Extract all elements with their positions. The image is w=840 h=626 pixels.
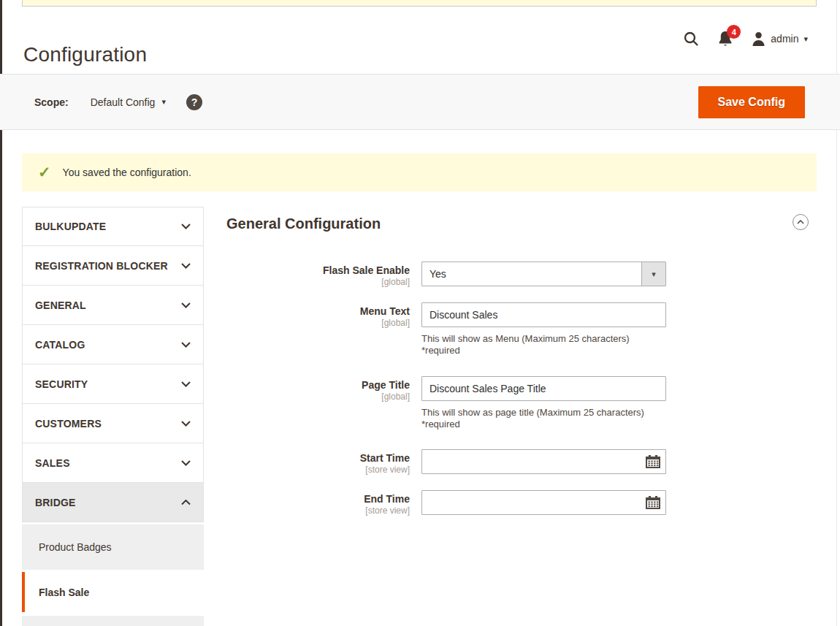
- end-time-input[interactable]: [421, 490, 666, 515]
- chevron-down-icon: [181, 381, 191, 387]
- sidebar-section-label: CATALOG: [35, 339, 85, 351]
- field-row-page-title: Page Title [global] This will show as pa…: [226, 376, 817, 431]
- sidebar-section-bulkupdate[interactable]: BULKUPDATE: [22, 207, 204, 246]
- select-value: Yes: [429, 268, 446, 280]
- field-label: Menu Text: [226, 305, 410, 317]
- field-row-flash-sale-enable: Flash Sale Enable [global] Yes ▾: [226, 262, 817, 287]
- sidebar-section-label: BRIDGE: [35, 497, 76, 508]
- field-scope: [store view]: [226, 465, 410, 475]
- success-message-text: You saved the configuration.: [63, 167, 191, 178]
- scope-help-icon[interactable]: ?: [186, 94, 202, 110]
- collapse-section-button[interactable]: [793, 214, 809, 230]
- sidebar-section-label: GENERAL: [35, 299, 86, 311]
- chevron-down-icon: [181, 263, 191, 269]
- chevron-down-icon: [181, 302, 191, 308]
- search-icon: [683, 31, 699, 47]
- search-button[interactable]: [683, 31, 699, 47]
- field-row-end-time: End Time [store view]: [226, 490, 817, 516]
- sidebar-section-label: SALES: [35, 457, 70, 469]
- chevron-down-icon: ▾: [641, 262, 665, 286]
- header-actions: 4 admin ▾: [683, 29, 808, 48]
- sidebar-section-label: CUSTOMERS: [35, 418, 102, 430]
- field-label: Flash Sale Enable: [226, 264, 410, 276]
- field-note: This will show as Menu (Maximum 25 chara…: [421, 333, 666, 357]
- field-scope: [global]: [226, 277, 410, 287]
- sidebar-section-label: REGISTRATION BLOCKER: [35, 260, 168, 272]
- save-config-button[interactable]: Save Config: [698, 86, 805, 118]
- chevron-down-icon: [181, 421, 191, 427]
- chevron-down-icon: ▾: [161, 98, 166, 106]
- flash-sale-form: Flash Sale Enable [global] Yes ▾ Menu Te…: [226, 262, 817, 516]
- chevron-down-icon: [181, 224, 191, 229]
- chevron-down-icon: [181, 460, 191, 466]
- sidebar-section-general[interactable]: GENERAL: [22, 286, 204, 325]
- chevron-up-icon: [181, 500, 191, 505]
- admin-user-menu[interactable]: admin ▾: [752, 31, 808, 46]
- admin-username: admin: [771, 33, 798, 45]
- sidebar-section-label: SECURITY: [35, 378, 88, 390]
- sidebar-item-flash-sale[interactable]: Flash Sale: [22, 572, 204, 612]
- chevron-up-icon: [797, 220, 804, 224]
- config-nav: BULKUPDATE REGISTRATION BLOCKER GENERAL …: [22, 207, 204, 626]
- sidebar-section-registration-blocker[interactable]: REGISTRATION BLOCKER: [22, 246, 204, 286]
- field-scope: [global]: [226, 318, 410, 328]
- calendar-icon[interactable]: [646, 496, 660, 509]
- scope-bar: Scope: Default Config ▾ ? Save Config: [0, 74, 840, 130]
- field-scope: [store view]: [226, 505, 410, 516]
- general-configuration-panel: General Configuration Flash Sale Enable …: [226, 207, 817, 626]
- flash-sale-enable-select[interactable]: Yes ▾: [421, 262, 666, 286]
- scope-value: Default Config: [91, 96, 156, 108]
- scope-switcher[interactable]: Default Config ▾: [91, 96, 166, 108]
- menu-text-input[interactable]: [421, 302, 666, 327]
- sidebar-item-clipped[interactable]: [22, 616, 204, 626]
- field-scope: [global]: [226, 392, 410, 402]
- notifications-button[interactable]: 4: [718, 31, 733, 47]
- calendar-icon[interactable]: [646, 455, 660, 468]
- sidebar-item-product-badges[interactable]: Product Badges: [22, 524, 204, 570]
- sidebar-section-security[interactable]: SECURITY: [22, 364, 204, 404]
- sidebar-section-bridge[interactable]: BRIDGE: [22, 483, 204, 522]
- field-label: Start Time: [226, 452, 410, 464]
- sidebar-section-catalog[interactable]: CATALOG: [22, 325, 204, 364]
- field-row-start-time: Start Time [store view]: [226, 449, 817, 475]
- field-row-menu-text: Menu Text [global] This will show as Men…: [226, 302, 817, 357]
- start-time-input[interactable]: [421, 449, 666, 474]
- field-label: Page Title: [226, 379, 410, 391]
- sidebar-section-sales[interactable]: SALES: [22, 443, 204, 483]
- chevron-down-icon: ▾: [803, 35, 808, 43]
- person-icon: [752, 31, 765, 46]
- sidebar-section-label: BULKUPDATE: [35, 221, 106, 232]
- notification-count-badge[interactable]: 4: [727, 25, 741, 39]
- field-label: End Time: [226, 493, 410, 505]
- page-title-input[interactable]: [421, 376, 666, 401]
- success-message: ✓ You saved the configuration.: [22, 153, 817, 191]
- scope-label: Scope:: [34, 96, 69, 108]
- panel-title: General Configuration: [226, 215, 817, 232]
- sidebar-section-customers[interactable]: CUSTOMERS: [22, 404, 204, 443]
- clipped-message-strip: [22, 0, 817, 7]
- check-icon: ✓: [38, 164, 51, 181]
- chevron-down-icon: [181, 342, 191, 348]
- field-note: This will show as page title (Maximum 25…: [421, 407, 666, 431]
- page-title: Configuration: [23, 43, 147, 66]
